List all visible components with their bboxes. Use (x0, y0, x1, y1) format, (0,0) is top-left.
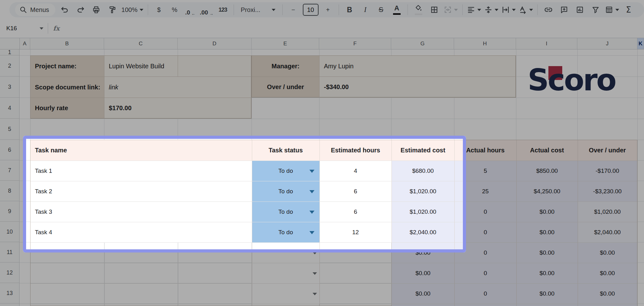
row-header-7[interactable]: 7 (0, 160, 19, 181)
actual-hours-cell[interactable] (454, 304, 516, 306)
menus-search-button[interactable]: Menus (15, 3, 55, 16)
italic-button[interactable]: I (359, 3, 372, 16)
row-header-8[interactable]: 8 (0, 181, 19, 201)
column-header-j[interactable]: J (577, 38, 637, 49)
project-name-value-cell[interactable]: Lupin Website Build (104, 56, 178, 77)
print-button[interactable] (90, 3, 103, 16)
actual-cost-cell[interactable] (516, 304, 578, 306)
name-box[interactable]: K16 (0, 25, 46, 32)
row-header-11[interactable]: 11 (0, 242, 19, 263)
row-header-13[interactable]: 13 (0, 283, 19, 303)
header-task-name[interactable]: Task name (31, 140, 252, 161)
header-estimated-cost[interactable]: Estimated cost (391, 140, 454, 161)
column-header-b[interactable]: B (30, 38, 104, 49)
task-status-dropdown[interactable] (252, 283, 319, 304)
header-actual-cost[interactable]: Actual cost (516, 140, 578, 161)
actual-cost-cell[interactable]: $0.00 (516, 242, 578, 263)
manager-label-cell[interactable]: Manager: (252, 56, 319, 77)
actual-cost-cell[interactable]: $4,250.00 (516, 181, 578, 201)
more-formats-button[interactable]: 123 (217, 3, 229, 16)
insert-chart-button[interactable] (574, 3, 586, 16)
font-size-input[interactable]: 10 (303, 4, 319, 16)
create-filter-button[interactable] (589, 3, 602, 16)
functions-button[interactable]: Σ (622, 3, 635, 16)
insert-comment-button[interactable] (558, 3, 570, 16)
column-header-g[interactable]: G (391, 38, 454, 49)
borders-button[interactable] (428, 3, 441, 16)
estimated-cost-cell[interactable] (391, 304, 454, 306)
estimated-cost-cell[interactable]: $1,020.00 (391, 201, 454, 222)
over-under-cell[interactable]: $2,040.00 (578, 222, 637, 242)
scope-link-label-cell[interactable]: Scope document link: (31, 77, 104, 98)
column-header-h[interactable]: H (454, 38, 516, 49)
manager-value-cell[interactable]: Amy Lupin (319, 56, 516, 77)
table-views-button[interactable] (605, 3, 619, 16)
estimated-cost-cell[interactable]: $0.00 (391, 263, 454, 283)
fill-color-button[interactable] (412, 3, 425, 16)
task-status-dropdown[interactable]: To do (252, 222, 319, 242)
actual-hours-cell[interactable]: 0 (454, 263, 516, 283)
row-header-3[interactable]: 3 (0, 76, 19, 98)
header-task-status[interactable]: Task status (252, 140, 319, 161)
horizontal-align-button[interactable] (467, 3, 481, 16)
row-header-5[interactable]: 5 (0, 119, 19, 140)
task-name-cell[interactable]: Task 1 (31, 161, 252, 181)
decrease-decimal-button[interactable]: .0← (184, 3, 197, 16)
header-actual-hours[interactable]: Actual hours (454, 140, 516, 161)
header-estimated-hours[interactable]: Estimated hours (319, 140, 391, 161)
actual-hours-cell[interactable]: 0 (454, 201, 516, 222)
row-header-1[interactable]: 1 (0, 49, 19, 55)
undo-button[interactable] (58, 3, 71, 16)
task-name-cell[interactable]: Task 2 (31, 181, 252, 201)
task-status-dropdown[interactable] (252, 263, 319, 283)
increase-decimal-button[interactable]: .00→ (200, 3, 213, 16)
column-header-f[interactable]: F (319, 38, 391, 49)
estimated-cost-cell[interactable]: $2,040.00 (391, 222, 454, 242)
column-header-c[interactable]: C (104, 38, 178, 49)
actual-hours-cell[interactable]: 0 (454, 222, 516, 242)
select-all-corner[interactable] (0, 38, 20, 49)
over-under-cell[interactable] (578, 304, 637, 306)
header-over-under[interactable]: Over / under (578, 140, 637, 161)
over-under-value-cell[interactable]: -$340.00 (319, 77, 516, 97)
over-under-cell[interactable]: -$170.00 (578, 161, 637, 181)
decrease-font-size-button[interactable]: − (287, 3, 300, 16)
font-select[interactable]: Proxi... (238, 3, 278, 16)
estimated-hours-cell[interactable]: 6 (319, 181, 391, 201)
insert-link-button[interactable] (542, 3, 555, 16)
actual-hours-cell[interactable]: 0 (454, 242, 516, 263)
column-header-e[interactable]: E (252, 38, 319, 49)
estimated-hours-cell[interactable]: 6 (319, 201, 391, 222)
paint-format-button[interactable] (106, 3, 118, 16)
estimated-hours-cell[interactable]: 4 (319, 161, 391, 181)
hourly-rate-value-cell[interactable]: $170.00 (104, 98, 251, 118)
actual-hours-cell[interactable]: 5 (454, 161, 516, 181)
empty-cell[interactable] (178, 56, 251, 77)
row-header-10[interactable]: 10 (0, 222, 19, 242)
column-header-k[interactable]: K (637, 38, 644, 49)
column-header-i[interactable]: I (516, 38, 577, 49)
actual-cost-cell[interactable]: $850.00 (516, 161, 578, 181)
bold-button[interactable]: B (343, 3, 356, 16)
estimated-cost-cell[interactable]: $680.00 (391, 161, 454, 181)
task-status-dropdown[interactable]: To do (252, 201, 319, 222)
row-header-6[interactable]: 6 (0, 140, 19, 160)
task-name-cell[interactable]: Task 4 (31, 222, 252, 242)
text-wrap-button[interactable] (502, 3, 516, 16)
currency-format-button[interactable]: $ (153, 3, 165, 16)
project-name-label-cell[interactable]: Project name: (31, 56, 104, 77)
estimated-hours-cell[interactable]: 12 (319, 222, 391, 242)
strikethrough-button[interactable]: S (375, 3, 387, 16)
hourly-rate-label-cell[interactable]: Hourly rate (31, 98, 104, 118)
text-color-button[interactable]: A (391, 3, 403, 16)
over-under-label-cell[interactable]: Over / under (252, 77, 319, 97)
merge-cells-button[interactable] (444, 3, 458, 16)
task-name-cell[interactable]: Task 3 (31, 201, 252, 222)
estimated-cost-cell[interactable]: $1,020.00 (391, 181, 454, 201)
over-under-cell[interactable]: $1,020.00 (578, 201, 637, 222)
row-header-12[interactable]: 12 (0, 263, 19, 283)
actual-cost-cell[interactable]: $0.00 (516, 283, 578, 304)
task-status-dropdown[interactable] (252, 242, 319, 263)
actual-hours-cell[interactable]: 0 (454, 283, 516, 304)
over-under-cell[interactable]: $0.00 (578, 263, 637, 283)
